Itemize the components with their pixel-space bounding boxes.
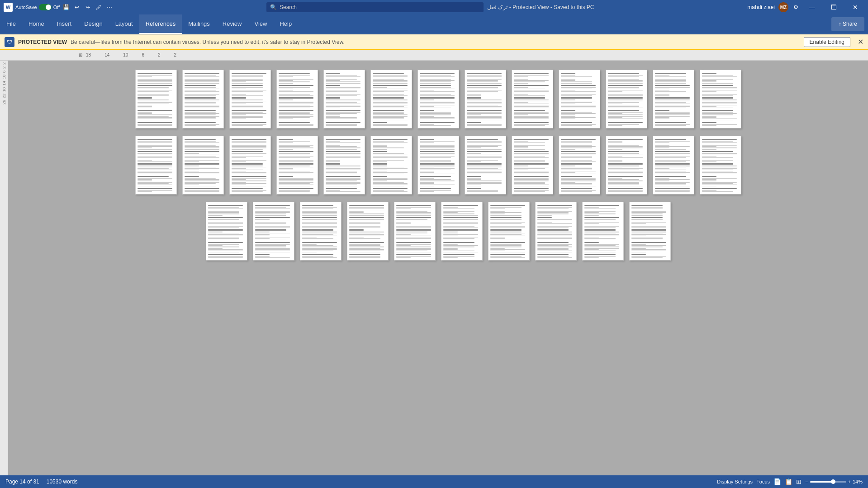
- page-thumb-35[interactable]: [582, 202, 624, 261]
- page-thumb-19[interactable]: [370, 136, 412, 194]
- display-settings[interactable]: Display Settings: [717, 479, 753, 484]
- page-thumb-22[interactable]: [512, 136, 553, 194]
- zoom-control[interactable]: − + 14%: [805, 479, 863, 484]
- autosave-state: Off: [53, 5, 60, 10]
- restore-button[interactable]: ⧠: [825, 0, 843, 14]
- tab-references[interactable]: References: [139, 14, 182, 34]
- format-icon[interactable]: 🖊: [95, 4, 102, 11]
- tab-view[interactable]: View: [248, 14, 273, 34]
- page-thumb-33[interactable]: [488, 202, 530, 261]
- more-commands-icon[interactable]: ⋯: [106, 4, 113, 11]
- outline-view-icon[interactable]: ⊞: [796, 478, 802, 485]
- tab-layout[interactable]: Layout: [109, 14, 139, 34]
- close-button[interactable]: ✕: [846, 0, 864, 14]
- tab-file[interactable]: File: [0, 14, 22, 34]
- page-thumb-1[interactable]: [135, 70, 177, 128]
- tab-review[interactable]: Review: [216, 14, 248, 34]
- search-placeholder: Search: [280, 4, 297, 10]
- page-thumb-21[interactable]: [465, 136, 506, 194]
- page-thumb-12[interactable]: [653, 70, 694, 128]
- print-layout-icon[interactable]: 📄: [773, 478, 781, 485]
- ruler-number-14: 14: [104, 52, 109, 57]
- ruler-number-2b: 2: [174, 52, 177, 57]
- document-area[interactable]: [8, 61, 868, 475]
- page-thumb-27[interactable]: [206, 202, 247, 261]
- page-thumb-28[interactable]: [253, 202, 294, 261]
- page-thumb-13[interactable]: [700, 70, 741, 128]
- toggle-knob: [46, 5, 51, 10]
- tab-design[interactable]: Design: [78, 14, 109, 34]
- left-ruler-num-2: 2: [2, 62, 6, 65]
- title-bar-left: W AutoSave Off 💾 ↩ ↪ 🖊 ⋯: [4, 3, 113, 12]
- focus-button[interactable]: Focus: [756, 479, 770, 484]
- ruler-icon: ⊞: [77, 52, 84, 59]
- zoom-out-button[interactable]: −: [805, 479, 808, 484]
- left-ruler-num-10: 10: [2, 75, 6, 79]
- page-thumb-25[interactable]: [653, 136, 694, 194]
- left-ruler-num-14: 14: [2, 81, 6, 85]
- pages-row-1: [135, 70, 741, 128]
- protected-view-bar: 🛡 PROTECTED VIEW Be careful—files from t…: [0, 34, 868, 50]
- search-box[interactable]: 🔍 Search: [266, 2, 484, 12]
- page-thumb-10[interactable]: [559, 70, 600, 128]
- page-thumb-31[interactable]: [394, 202, 436, 261]
- page-thumb-26[interactable]: [700, 136, 741, 194]
- page-thumb-34[interactable]: [535, 202, 577, 261]
- page-thumb-29[interactable]: [300, 202, 342, 261]
- ruler-number-18: 18: [86, 52, 91, 57]
- left-ruler-num-6: 6: [2, 71, 6, 73]
- word-logo: W: [4, 3, 13, 12]
- autosave-area: AutoSave Off: [15, 4, 60, 10]
- left-ruler-num-2b: 2: [2, 66, 6, 69]
- title-bar: W AutoSave Off 💾 ↩ ↪ 🖊 ⋯ 🔍 Search ترک فع…: [0, 0, 868, 14]
- page-thumb-7[interactable]: [417, 70, 459, 128]
- autosave-toggle[interactable]: [39, 4, 52, 10]
- page-thumb-16[interactable]: [229, 136, 271, 194]
- save-icon[interactable]: 💾: [62, 4, 70, 11]
- user-avatar[interactable]: MZ: [778, 2, 788, 12]
- page-thumb-24[interactable]: [606, 136, 647, 194]
- page-thumb-30[interactable]: [347, 202, 389, 261]
- minimize-button[interactable]: —: [803, 0, 821, 14]
- vertical-ruler: 2 2 6 10 14 18 22 26: [0, 61, 8, 475]
- zoom-slider-track[interactable]: [810, 481, 846, 483]
- tab-home[interactable]: Home: [22, 14, 51, 34]
- tab-mailings[interactable]: Mailings: [182, 14, 216, 34]
- pages-row-2: [135, 136, 741, 194]
- settings-icon[interactable]: ⚙: [792, 4, 799, 11]
- page-thumb-8[interactable]: [465, 70, 506, 128]
- page-thumb-20[interactable]: [417, 136, 459, 194]
- web-layout-icon[interactable]: 📋: [785, 478, 792, 485]
- zoom-in-button[interactable]: +: [848, 479, 851, 484]
- page-thumb-14[interactable]: [135, 136, 177, 194]
- page-thumb-36[interactable]: [629, 202, 671, 261]
- zoom-level: 14%: [853, 479, 863, 484]
- page-thumb-3[interactable]: [229, 70, 271, 128]
- user-name: mahdi ziaei: [747, 4, 775, 10]
- page-thumb-4[interactable]: [276, 70, 318, 128]
- redo-icon[interactable]: ↪: [84, 4, 91, 11]
- page-thumb-17[interactable]: [276, 136, 318, 194]
- page-thumb-11[interactable]: [606, 70, 647, 128]
- word-count: 10530 words: [47, 479, 78, 485]
- ribbon: File Home Insert Design Layout Reference…: [0, 14, 868, 34]
- page-info: Page 14 of 31: [5, 479, 39, 485]
- page-thumb-23[interactable]: [559, 136, 600, 194]
- close-protected-bar-button[interactable]: ✕: [858, 38, 863, 46]
- page-thumb-18[interactable]: [323, 136, 365, 194]
- tab-insert[interactable]: Insert: [51, 14, 78, 34]
- enable-editing-button[interactable]: Enable Editing: [804, 37, 850, 47]
- page-thumb-6[interactable]: [370, 70, 412, 128]
- main-area: 2 2 6 10 14 18 22 26: [0, 61, 868, 475]
- tab-help[interactable]: Help: [273, 14, 298, 34]
- search-icon: 🔍: [270, 4, 277, 10]
- page-thumb-32[interactable]: [441, 202, 483, 261]
- page-thumb-15[interactable]: [182, 136, 224, 194]
- page-thumb-9[interactable]: [512, 70, 553, 128]
- document-title: ترک فعل - Protected View - Saved to this…: [487, 4, 594, 10]
- page-thumb-5[interactable]: [323, 70, 365, 128]
- page-thumb-2[interactable]: [182, 70, 224, 128]
- undo-icon[interactable]: ↩: [73, 4, 81, 11]
- share-button[interactable]: ↑ Share: [831, 17, 864, 31]
- zoom-thumb[interactable]: [831, 479, 835, 484]
